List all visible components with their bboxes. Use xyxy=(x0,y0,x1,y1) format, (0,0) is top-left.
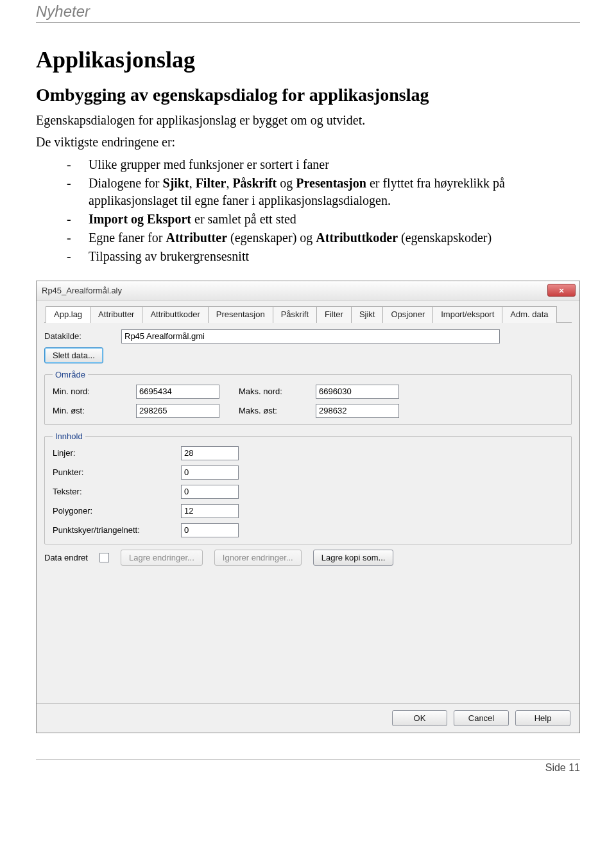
dialog-title: Rp45_Arealformål.aly xyxy=(42,286,122,295)
lead-text: De viktigste endringene er: xyxy=(36,134,580,150)
tab-opsjoner[interactable]: Opsjoner xyxy=(382,306,433,323)
tabstrip: App.lag Attributter Attributtkoder Prese… xyxy=(44,306,572,323)
tab-import-eksport[interactable]: Import/eksport xyxy=(432,306,502,323)
list-item: Egne faner for Attributter (egenskaper) … xyxy=(67,229,580,247)
close-icon: × xyxy=(559,286,564,295)
intro-text: Egenskapsdialogen for applikasjonslag er… xyxy=(36,112,580,128)
tab-presentasjon[interactable]: Presentasjon xyxy=(208,306,273,323)
omrade-legend: Område xyxy=(53,370,88,379)
tab-filter[interactable]: Filter xyxy=(316,306,352,323)
min-nord-input[interactable] xyxy=(136,385,219,399)
dialog-titlebar: Rp45_Arealformål.aly × xyxy=(37,281,579,300)
list-item: Import og Eksport er samlet på ett sted xyxy=(67,211,580,228)
punktskyer-input[interactable] xyxy=(181,523,239,537)
tab-attributter[interactable]: Attributter xyxy=(90,306,142,323)
tekster-label: Tekster: xyxy=(53,487,181,496)
slett-data-button[interactable]: Slett data... xyxy=(44,347,103,363)
page-header: Nyheter xyxy=(36,0,580,23)
data-endret-label: Data endret xyxy=(44,553,88,562)
ignorer-endringer-button[interactable]: Ignorer endringer... xyxy=(214,550,302,566)
tab-paskrift[interactable]: Påskrift xyxy=(273,306,317,323)
page-footer: Side 11 xyxy=(36,759,580,774)
polygoner-input[interactable] xyxy=(181,504,239,518)
min-ost-input[interactable] xyxy=(136,404,219,418)
polygoner-label: Polygoner: xyxy=(53,506,181,516)
maks-ost-input[interactable] xyxy=(316,404,399,418)
cancel-button[interactable]: Cancel xyxy=(454,710,509,726)
h2-title: Ombygging av egenskapsdialog for applika… xyxy=(36,85,580,105)
min-ost-label: Min. øst: xyxy=(53,406,130,415)
linjer-label: Linjer: xyxy=(53,448,181,458)
datakilde-input[interactable] xyxy=(121,329,500,344)
ok-button[interactable]: OK xyxy=(392,710,447,726)
innhold-group: Innhold Linjer: Punkter: Tekster: Polygo… xyxy=(44,431,572,544)
close-button[interactable]: × xyxy=(547,284,576,297)
data-endret-checkbox[interactable] xyxy=(99,553,109,562)
min-nord-label: Min. nord: xyxy=(53,387,130,396)
punkter-input[interactable] xyxy=(181,465,239,480)
bullet-list: Ulike grupper med funksjoner er sortert … xyxy=(36,156,580,265)
list-item: Ulike grupper med funksjoner er sortert … xyxy=(67,156,580,173)
tekster-input[interactable] xyxy=(181,485,239,499)
lagre-endringer-button[interactable]: Lagre endringer... xyxy=(121,550,203,566)
lagre-kopi-button[interactable]: Lagre kopi som... xyxy=(313,550,394,566)
page-label: Side xyxy=(545,762,566,773)
tab-sjikt[interactable]: Sjikt xyxy=(351,306,384,323)
datakilde-label: Datakilde: xyxy=(44,331,121,341)
tab-attributtkoder[interactable]: Attributtkoder xyxy=(142,306,208,323)
help-button[interactable]: Help xyxy=(515,710,570,726)
maks-nord-label: Maks. nord: xyxy=(239,387,309,396)
innhold-legend: Innhold xyxy=(53,431,85,441)
maks-nord-input[interactable] xyxy=(316,385,399,399)
h1-title: Applikasjonslag xyxy=(36,46,580,73)
maks-ost-label: Maks. øst: xyxy=(239,406,309,415)
list-item: Tilpassing av brukergrensesnitt xyxy=(67,248,580,265)
app-layer-dialog: Rp45_Arealformål.aly × App.lag Attributt… xyxy=(36,281,580,733)
dialog-footer: OK Cancel Help xyxy=(37,703,579,733)
list-item: Dialogene for Sjikt, Filter, Påskrift og… xyxy=(67,175,580,209)
tab-app-lag[interactable]: App.lag xyxy=(46,306,90,323)
omrade-group: Område Min. nord: Maks. nord: Min. øst: … xyxy=(44,370,572,425)
punkter-label: Punkter: xyxy=(53,467,181,477)
page-number: 11 xyxy=(569,762,580,773)
linjer-input[interactable] xyxy=(181,446,239,460)
punktskyer-label: Punktskyer/triangelnett: xyxy=(53,525,181,535)
tab-adm-data[interactable]: Adm. data xyxy=(502,306,556,323)
